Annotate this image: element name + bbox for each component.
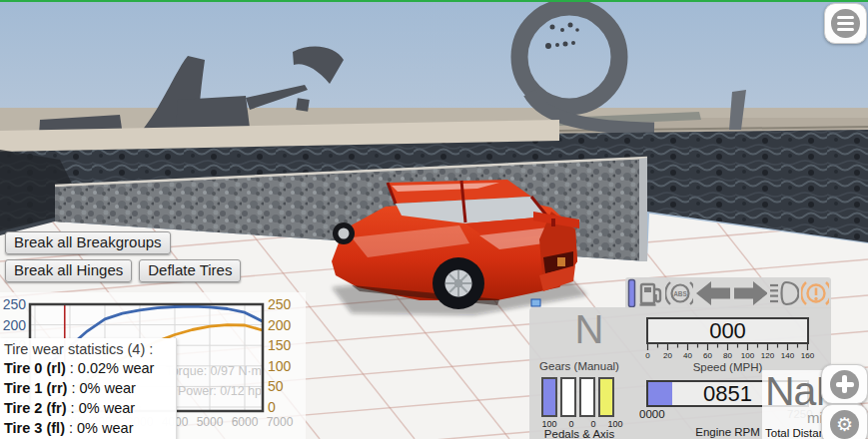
tire-wear-row: Tire 3 (fl) : 0% wear xyxy=(4,418,170,438)
tire-wear-row: Tire 0 (rl) : 0.02% wear xyxy=(4,358,170,378)
vehicle-indicator-strip: ABS xyxy=(625,277,831,308)
arrow-right-icon xyxy=(732,279,767,307)
speed-scale-labels: 020406080100120140160 xyxy=(646,351,813,360)
axis-tick-label: 200 xyxy=(268,318,291,332)
axis-tick-label: 150 xyxy=(268,338,291,352)
arrow-left-icon xyxy=(695,279,730,307)
axis-tick-label: 50 xyxy=(268,379,284,393)
deflate-tires-button[interactable]: Deflate Tires xyxy=(139,259,241,282)
pedal-bar xyxy=(598,377,614,417)
pedal-bar xyxy=(579,377,595,417)
rpm-fill-bar xyxy=(648,382,672,405)
rpm-min-label: 0000 xyxy=(639,408,665,420)
pedals-label: Pedals & Axis xyxy=(529,428,629,439)
gear-indicator: N xyxy=(554,307,624,352)
tire-wear-row: Tire 2 (fr) : 0% wear xyxy=(4,398,170,418)
tire-wear-tooltip: Tire wear statistics (4) : Tire 0 (rl) :… xyxy=(0,338,177,439)
fuel-pump-icon xyxy=(638,278,664,308)
tow-hitch-marker xyxy=(531,299,540,306)
axis-tick-label: 250 xyxy=(268,297,291,311)
axis-tick-label: 100 xyxy=(268,359,291,373)
abs-icon: ABS xyxy=(665,278,693,308)
axis-tick-label: 200 xyxy=(0,318,26,332)
hamburger-icon xyxy=(831,9,860,38)
axis-tick-label: 7000 xyxy=(267,415,294,429)
brake-warning-icon xyxy=(801,278,829,308)
axis-tick-label: 6000 xyxy=(232,415,259,429)
gear-icon: ⚙ xyxy=(830,410,859,439)
axis-tick-label: 0 xyxy=(268,400,276,414)
menu-button[interactable] xyxy=(824,3,867,44)
pedals-bars xyxy=(541,377,614,417)
axis-tick-label: 5000 xyxy=(197,415,224,429)
tooltip-title: Tire wear statistics (4) : xyxy=(4,340,170,358)
axis-tick-label: 250 xyxy=(0,297,26,311)
break-breakgroups-button[interactable]: Break all Breakgroups xyxy=(5,231,171,254)
speed-readout: 000 xyxy=(646,317,809,344)
loading-stripe xyxy=(0,0,868,2)
gear-label: Gears (Manual) xyxy=(529,360,629,372)
pedal-bar xyxy=(541,377,557,417)
speed-scale-ticks xyxy=(646,344,809,350)
break-hinges-button[interactable]: Break all Hinges xyxy=(5,259,132,282)
dashboard-panel: N Gears (Manual) 10000100 Pedals & Axis … xyxy=(529,307,831,439)
headlight-icon xyxy=(769,279,798,307)
svg-text:ABS: ABS xyxy=(673,289,687,296)
plus-icon xyxy=(830,370,859,399)
pedal-bar xyxy=(560,377,576,417)
zoom-add-button[interactable] xyxy=(821,364,868,404)
fuel-level-bar xyxy=(627,278,636,308)
game-viewport: Break all Breakgroups Break all Hinges D… xyxy=(0,0,868,439)
settings-button[interactable]: ⚙ xyxy=(821,404,868,439)
tire-wear-row: Tire 1 (rr) : 0% wear xyxy=(4,378,170,398)
